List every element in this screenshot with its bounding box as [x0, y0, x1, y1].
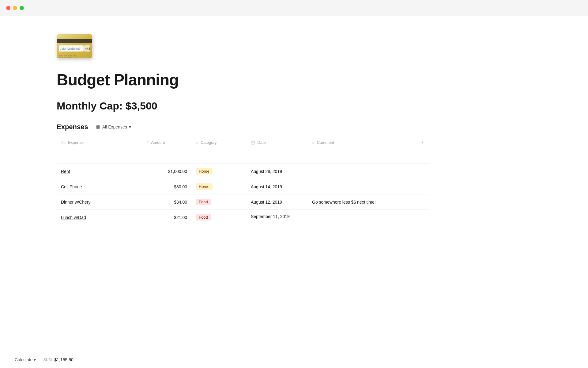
table-header-row: Aa Expense # Amount ≡ Category	[57, 136, 429, 149]
col-header-category: ≡ Category	[191, 136, 247, 149]
maximize-button[interactable]	[20, 6, 24, 10]
col-header-date: Date	[247, 136, 308, 149]
window-buttons	[6, 6, 24, 10]
empty-category-cell[interactable]	[191, 149, 247, 164]
text-icon: Aa	[61, 140, 66, 145]
category-cell[interactable]: Home	[191, 164, 247, 179]
col-header-add[interactable]: +	[417, 136, 429, 149]
empty-amount-cell[interactable]	[142, 149, 191, 164]
chevron-down-icon: ▾	[34, 357, 36, 362]
minimize-button[interactable]	[13, 6, 17, 10]
empty-date-cell[interactable]	[247, 149, 308, 164]
amount-cell[interactable]: $21.00	[142, 210, 191, 225]
category-badge: Home	[196, 168, 213, 174]
category-cell[interactable]: Food	[191, 194, 247, 210]
sum-value: $1,155.50	[55, 357, 74, 362]
svg-rect-8	[96, 125, 98, 127]
grid-icon	[96, 125, 100, 129]
date-cell[interactable]: August 12, 2019	[247, 194, 308, 210]
expense-name-cell[interactable]: Rent	[57, 164, 142, 179]
date-cell[interactable]: August 14, 2019	[247, 179, 308, 194]
expense-name-cell[interactable]: Cell Phone	[57, 179, 142, 194]
close-button[interactable]	[6, 6, 10, 10]
category-badge: Food	[196, 214, 211, 220]
col-header-amount: # Amount	[142, 136, 191, 149]
col-header-comment: ≡ Comment	[308, 136, 417, 149]
row-add-cell	[417, 179, 429, 194]
svg-rect-12	[251, 141, 254, 144]
svg-rect-10	[96, 127, 98, 129]
svg-text:£33323 4374 3P23: £33323 4374 3P23	[59, 57, 71, 58]
svg-rect-11	[98, 127, 100, 129]
category-badge: Home	[196, 183, 213, 190]
list-icon: ≡	[196, 140, 198, 145]
calculate-button[interactable]: Calculate ▾	[12, 356, 38, 363]
view-label: All Expenses	[102, 125, 127, 129]
page-title: Budget Planning	[57, 71, 429, 89]
expense-name-cell[interactable]: Dinner w/Cheryl	[57, 194, 142, 210]
table-row-empty[interactable]	[57, 149, 429, 164]
row-add-cell	[417, 210, 429, 225]
svg-text:EEET EETS 5000 1P15: EEET EETS 5000 1P15	[59, 55, 77, 57]
category-cell[interactable]: Food	[191, 210, 247, 225]
comment-cell[interactable]	[308, 179, 417, 194]
view-selector[interactable]: All Expenses ▾	[93, 123, 134, 131]
category-badge: Food	[196, 199, 211, 205]
category-cell[interactable]: Home	[191, 179, 247, 194]
calendar-icon	[251, 140, 256, 145]
comment-cell[interactable]	[308, 164, 417, 179]
amount-cell[interactable]: $80.00	[142, 179, 191, 194]
svg-text:John Appleseed: John Appleseed	[60, 47, 80, 50]
comment-cell[interactable]	[308, 210, 417, 225]
sum-label: SUM	[43, 358, 52, 362]
bottom-bar: Calculate ▾ SUM $1,155.50	[0, 351, 588, 368]
svg-rect-1	[57, 39, 92, 43]
svg-text:448: 448	[85, 47, 90, 50]
col-header-expense: Aa Expense	[57, 136, 142, 149]
empty-comment-cell[interactable]	[308, 149, 417, 164]
table-row: Cell Phone $80.00 Home August 14, 2019	[57, 179, 429, 194]
add-column-icon[interactable]: +	[421, 139, 424, 145]
amount-cell[interactable]: $1,000.00	[142, 164, 191, 179]
monthly-cap: Monthly Cap: $3,500	[57, 100, 429, 112]
expenses-header: Expenses All Expenses ▾	[57, 123, 429, 131]
credit-card-icon: John Appleseed 448 EEET EETS 5000 1P15 £…	[57, 34, 92, 58]
expense-name-cell[interactable]: Lunch w/Dad	[57, 210, 142, 225]
calculate-label: Calculate	[15, 357, 32, 362]
date-cell[interactable]: August 28, 2019	[247, 164, 308, 179]
hash-icon: #	[147, 140, 149, 145]
table-row: Rent $1,000.00 Home August 28, 2019	[57, 164, 429, 179]
lines-icon: ≡	[312, 140, 314, 145]
comment-cell[interactable]: Go somewhere less $$ next time!	[308, 194, 417, 210]
main-content: John Appleseed 448 EEET EETS 5000 1P15 £…	[0, 16, 429, 256]
amount-cell[interactable]: $34.00	[142, 194, 191, 210]
empty-expense-cell[interactable]	[57, 149, 142, 164]
window-chrome	[0, 0, 588, 16]
row-add-cell	[417, 164, 429, 179]
table-row: Lunch w/Dad $21.00 Food September 11, 20…	[57, 210, 429, 225]
expenses-title: Expenses	[57, 123, 88, 131]
row-add-cell	[417, 194, 429, 210]
expense-table: Aa Expense # Amount ≡ Category	[57, 136, 429, 225]
chevron-down-icon: ▾	[129, 125, 131, 129]
date-cell[interactable]: September 11, 2019	[247, 210, 308, 225]
svg-rect-9	[98, 125, 100, 127]
table-row: Dinner w/Cheryl $34.00 Food August 12, 2…	[57, 194, 429, 210]
empty-add-cell	[417, 149, 429, 164]
